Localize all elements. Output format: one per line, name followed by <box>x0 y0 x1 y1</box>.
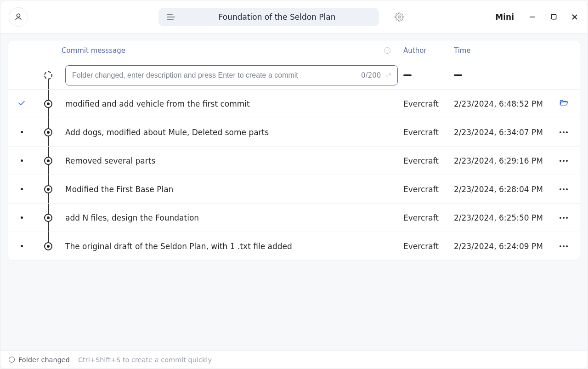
commit-marker-dot <box>21 159 23 162</box>
commit-message: The original draft of the Seldon Plan, w… <box>62 242 403 251</box>
commit-message: add N files, design the Foundation <box>62 213 403 222</box>
commit-row[interactable]: The original draft of the Seldon Plan, w… <box>8 232 580 260</box>
new-commit-input-wrap: 0/200 ⏎ <box>65 65 398 85</box>
commit-marker-dot <box>21 131 23 133</box>
column-header-message[interactable]: Commit messsage <box>62 46 125 55</box>
graph-node-pending <box>44 71 52 79</box>
commit-marker-dot <box>21 216 23 219</box>
commit-message: Modified the First Base Plan <box>62 185 403 194</box>
commit-message: Removed several parts <box>62 156 403 165</box>
svg-point-0 <box>17 14 20 17</box>
svg-rect-3 <box>551 14 556 19</box>
status-text: Folder changed <box>18 356 70 363</box>
graph-node <box>44 128 52 136</box>
commit-list-header: Commit messsage Author Time <box>8 40 580 61</box>
commit-time: 2/23/2024, 6:34:07 PM <box>454 128 550 137</box>
graph-node <box>44 157 52 165</box>
column-header-author[interactable]: Author <box>403 46 454 55</box>
commit-message: Add dogs, modified about Mule, Deleted s… <box>62 128 403 137</box>
commit-row[interactable]: add N files, design the Foundation Everc… <box>8 203 580 232</box>
commit-author: Evercraft <box>403 156 454 165</box>
status-folder-changed[interactable]: Folder changed <box>9 356 70 363</box>
user-avatar[interactable] <box>9 7 28 27</box>
commit-time: 2/23/2024, 6:29:16 PM <box>454 156 550 165</box>
status-indicator-icon <box>9 357 15 363</box>
commit-actions-button[interactable] <box>560 160 568 162</box>
settings-button[interactable] <box>390 8 408 26</box>
graph-node <box>44 242 52 250</box>
commit-author: Evercraft <box>403 213 454 222</box>
svg-point-1 <box>398 16 401 18</box>
titlebar: Foundation of the Seldon Plan Mini <box>0 0 588 34</box>
commit-message-input[interactable] <box>72 71 356 79</box>
select-all-radio[interactable] <box>384 47 390 54</box>
commit-time: 2/23/2024, 6:48:52 PM <box>454 99 550 108</box>
commit-row[interactable]: modified and add vehicle from the first … <box>8 89 580 118</box>
commit-author: Evercraft <box>403 99 454 108</box>
commit-author: Evercraft <box>403 128 454 137</box>
graph-node <box>44 185 52 193</box>
open-folder-button[interactable] <box>559 98 568 109</box>
current-commit-check-icon <box>17 99 26 109</box>
commit-row[interactable]: Modified the First Base Plan Evercraft 2… <box>8 175 580 203</box>
mini-mode-button[interactable]: Mini <box>495 12 514 22</box>
commit-message: modified and add vehicle from the first … <box>62 99 403 108</box>
commit-list: Commit messsage Author Time 0/200 ⏎ <box>8 40 580 261</box>
user-icon <box>14 12 23 22</box>
graph-node <box>44 100 52 108</box>
commit-row[interactable]: Add dogs, modified about Mule, Deleted s… <box>8 118 580 146</box>
author-placeholder <box>403 74 412 76</box>
close-button[interactable] <box>570 12 579 22</box>
status-hint: Ctrl+Shift+S to create a commit quickly <box>78 356 212 363</box>
commit-time: 2/23/2024, 6:28:04 PM <box>454 185 550 194</box>
menu-icon <box>167 14 175 20</box>
close-icon <box>571 13 578 21</box>
minimize-icon <box>529 13 536 21</box>
commit-actions-button[interactable] <box>560 131 568 133</box>
column-header-time[interactable]: Time <box>454 46 550 55</box>
graph-node <box>44 214 52 222</box>
new-commit-row: 0/200 ⏎ <box>8 61 580 89</box>
commit-actions-button[interactable] <box>560 188 568 190</box>
commit-actions-button[interactable] <box>560 217 568 219</box>
time-placeholder <box>454 74 462 76</box>
window-controls: Mini <box>495 12 579 22</box>
commit-author: Evercraft <box>403 242 454 251</box>
statusbar: Folder changed Ctrl+Shift+S to create a … <box>0 350 588 369</box>
maximize-icon <box>550 13 557 20</box>
maximize-button[interactable] <box>549 12 558 22</box>
commit-time: 2/23/2024, 6:24:09 PM <box>454 242 550 251</box>
commit-author: Evercraft <box>403 185 454 194</box>
project-title: Foundation of the Seldon Plan <box>183 12 371 22</box>
gear-icon <box>395 12 404 22</box>
main-panel: Commit messsage Author Time 0/200 ⏎ <box>0 34 588 350</box>
minimize-button[interactable] <box>528 12 537 22</box>
commit-row[interactable]: Removed several parts Evercraft 2/23/202… <box>8 146 580 175</box>
commit-actions-button[interactable] <box>560 245 568 247</box>
commit-time: 2/23/2024, 6:25:50 PM <box>454 213 550 222</box>
project-selector[interactable]: Foundation of the Seldon Plan <box>158 8 379 26</box>
commit-marker-dot <box>21 245 23 247</box>
char-count: 0/200 <box>361 71 381 79</box>
enter-icon: ⏎ <box>385 72 391 79</box>
commit-marker-dot <box>21 188 23 190</box>
